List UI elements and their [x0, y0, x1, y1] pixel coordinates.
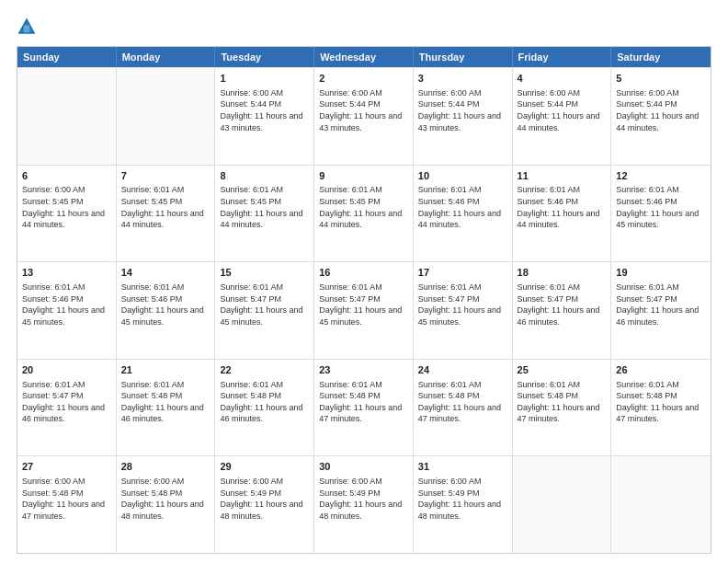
day-number: 26 — [616, 363, 706, 377]
cell-info: Sunrise: 6:01 AMSunset: 5:48 PMDaylight:… — [518, 379, 607, 425]
day-number: 25 — [518, 363, 607, 377]
day-number: 15 — [220, 266, 309, 280]
calendar-cell: 6Sunrise: 6:00 AMSunset: 5:45 PMDaylight… — [17, 166, 117, 262]
calendar-cell: 18Sunrise: 6:01 AMSunset: 5:47 PMDayligh… — [513, 262, 612, 359]
day-number: 11 — [518, 169, 607, 183]
cell-info: Sunrise: 6:01 AMSunset: 5:45 PMDaylight:… — [319, 184, 408, 230]
cell-info: Sunrise: 6:00 AMSunset: 5:49 PMDaylight:… — [319, 476, 408, 522]
calendar-cell: 12Sunrise: 6:01 AMSunset: 5:46 PMDayligh… — [611, 166, 711, 262]
weekday-header-monday: Monday — [117, 47, 216, 67]
cell-info: Sunrise: 6:00 AMSunset: 5:44 PMDaylight:… — [220, 87, 309, 133]
cell-info: Sunrise: 6:01 AMSunset: 5:47 PMDaylight:… — [616, 282, 706, 327]
calendar-row-1: 6Sunrise: 6:00 AMSunset: 5:45 PMDaylight… — [17, 165, 711, 262]
cell-info: Sunrise: 6:01 AMSunset: 5:47 PMDaylight:… — [319, 282, 408, 327]
calendar-cell: 1Sunrise: 6:00 AMSunset: 5:44 PMDaylight… — [215, 68, 314, 165]
calendar-cell — [17, 68, 117, 165]
day-number: 28 — [121, 460, 210, 474]
calendar-cell: 4Sunrise: 6:00 AMSunset: 5:44 PMDaylight… — [513, 68, 612, 165]
day-number: 3 — [418, 72, 507, 86]
calendar-cell: 24Sunrise: 6:01 AMSunset: 5:48 PMDayligh… — [414, 360, 513, 456]
logo-icon — [17, 17, 37, 37]
cell-info: Sunrise: 6:01 AMSunset: 5:47 PMDaylight:… — [22, 379, 111, 425]
weekday-header-tuesday: Tuesday — [215, 47, 314, 67]
cell-info: Sunrise: 6:00 AMSunset: 5:45 PMDaylight:… — [22, 184, 111, 230]
day-number: 8 — [220, 169, 309, 183]
day-number: 10 — [418, 169, 507, 183]
cell-info: Sunrise: 6:00 AMSunset: 5:44 PMDaylight:… — [418, 87, 507, 133]
day-number: 22 — [220, 363, 309, 377]
header — [17, 17, 711, 37]
calendar-cell: 31Sunrise: 6:00 AMSunset: 5:49 PMDayligh… — [414, 456, 513, 553]
cell-info: Sunrise: 6:00 AMSunset: 5:48 PMDaylight:… — [22, 476, 111, 522]
calendar-cell: 20Sunrise: 6:01 AMSunset: 5:47 PMDayligh… — [17, 360, 117, 456]
calendar-cell: 11Sunrise: 6:01 AMSunset: 5:46 PMDayligh… — [513, 166, 612, 262]
day-number: 18 — [518, 266, 607, 280]
day-number: 7 — [121, 169, 210, 183]
calendar-cell: 7Sunrise: 6:01 AMSunset: 5:45 PMDaylight… — [117, 166, 216, 262]
cell-info: Sunrise: 6:01 AMSunset: 5:46 PMDaylight:… — [518, 184, 607, 230]
calendar-cell: 23Sunrise: 6:01 AMSunset: 5:48 PMDayligh… — [314, 360, 414, 456]
day-number: 1 — [220, 72, 309, 86]
day-number: 29 — [220, 460, 309, 474]
calendar-cell: 10Sunrise: 6:01 AMSunset: 5:46 PMDayligh… — [414, 166, 513, 262]
calendar-cell: 14Sunrise: 6:01 AMSunset: 5:46 PMDayligh… — [117, 262, 216, 359]
day-number: 19 — [616, 266, 706, 280]
calendar-header: SundayMondayTuesdayWednesdayThursdayFrid… — [17, 47, 711, 67]
calendar-body: 1Sunrise: 6:00 AMSunset: 5:44 PMDaylight… — [17, 67, 711, 553]
cell-info: Sunrise: 6:01 AMSunset: 5:48 PMDaylight:… — [220, 379, 309, 425]
calendar-cell: 25Sunrise: 6:01 AMSunset: 5:48 PMDayligh… — [513, 360, 612, 456]
calendar: SundayMondayTuesdayWednesdayThursdayFrid… — [17, 46, 711, 554]
day-number: 12 — [616, 169, 706, 183]
calendar-cell: 13Sunrise: 6:01 AMSunset: 5:46 PMDayligh… — [17, 262, 117, 359]
weekday-header-sunday: Sunday — [17, 47, 117, 67]
calendar-cell: 8Sunrise: 6:01 AMSunset: 5:45 PMDaylight… — [215, 166, 314, 262]
calendar-cell: 19Sunrise: 6:01 AMSunset: 5:47 PMDayligh… — [611, 262, 711, 359]
cell-info: Sunrise: 6:01 AMSunset: 5:46 PMDaylight:… — [22, 282, 111, 327]
cell-info: Sunrise: 6:01 AMSunset: 5:46 PMDaylight:… — [121, 282, 210, 327]
calendar-cell: 27Sunrise: 6:00 AMSunset: 5:48 PMDayligh… — [17, 456, 117, 553]
cell-info: Sunrise: 6:01 AMSunset: 5:47 PMDaylight:… — [220, 282, 309, 327]
day-number: 30 — [319, 460, 408, 474]
cell-info: Sunrise: 6:01 AMSunset: 5:46 PMDaylight:… — [418, 184, 507, 230]
calendar-row-3: 20Sunrise: 6:01 AMSunset: 5:47 PMDayligh… — [17, 359, 711, 456]
calendar-row-4: 27Sunrise: 6:00 AMSunset: 5:48 PMDayligh… — [17, 455, 711, 553]
weekday-header-thursday: Thursday — [414, 47, 513, 67]
cell-info: Sunrise: 6:01 AMSunset: 5:48 PMDaylight:… — [319, 379, 408, 425]
calendar-cell: 3Sunrise: 6:00 AMSunset: 5:44 PMDaylight… — [414, 68, 513, 165]
cell-info: Sunrise: 6:01 AMSunset: 5:48 PMDaylight:… — [616, 379, 706, 425]
calendar-cell — [513, 456, 612, 553]
calendar-cell: 16Sunrise: 6:01 AMSunset: 5:47 PMDayligh… — [314, 262, 414, 359]
day-number: 4 — [518, 72, 607, 86]
day-number: 2 — [319, 72, 408, 86]
cell-info: Sunrise: 6:00 AMSunset: 5:49 PMDaylight:… — [220, 476, 309, 522]
weekday-header-friday: Friday — [513, 47, 612, 67]
weekday-header-saturday: Saturday — [611, 47, 711, 67]
day-number: 23 — [319, 363, 408, 377]
weekday-header-wednesday: Wednesday — [314, 47, 414, 67]
day-number: 6 — [22, 169, 111, 183]
page: SundayMondayTuesdayWednesdayThursdayFrid… — [0, 0, 728, 563]
calendar-cell: 29Sunrise: 6:00 AMSunset: 5:49 PMDayligh… — [215, 456, 314, 553]
calendar-cell: 9Sunrise: 6:01 AMSunset: 5:45 PMDaylight… — [314, 166, 414, 262]
day-number: 9 — [319, 169, 408, 183]
day-number: 13 — [22, 266, 111, 280]
cell-info: Sunrise: 6:01 AMSunset: 5:47 PMDaylight:… — [518, 282, 607, 327]
calendar-cell: 26Sunrise: 6:01 AMSunset: 5:48 PMDayligh… — [611, 360, 711, 456]
calendar-cell — [611, 456, 711, 553]
day-number: 5 — [616, 72, 706, 86]
calendar-cell: 28Sunrise: 6:00 AMSunset: 5:48 PMDayligh… — [117, 456, 216, 553]
day-number: 24 — [418, 363, 507, 377]
day-number: 14 — [121, 266, 210, 280]
cell-info: Sunrise: 6:00 AMSunset: 5:44 PMDaylight:… — [319, 87, 408, 133]
calendar-cell: 21Sunrise: 6:01 AMSunset: 5:48 PMDayligh… — [117, 360, 216, 456]
cell-info: Sunrise: 6:00 AMSunset: 5:44 PMDaylight:… — [518, 87, 607, 133]
cell-info: Sunrise: 6:00 AMSunset: 5:49 PMDaylight:… — [418, 476, 507, 522]
day-number: 21 — [121, 363, 210, 377]
cell-info: Sunrise: 6:01 AMSunset: 5:46 PMDaylight:… — [616, 184, 706, 230]
cell-info: Sunrise: 6:01 AMSunset: 5:48 PMDaylight:… — [418, 379, 507, 425]
svg-rect-2 — [24, 25, 29, 32]
cell-info: Sunrise: 6:01 AMSunset: 5:47 PMDaylight:… — [418, 282, 507, 327]
day-number: 17 — [418, 266, 507, 280]
calendar-cell: 30Sunrise: 6:00 AMSunset: 5:49 PMDayligh… — [314, 456, 414, 553]
cell-info: Sunrise: 6:00 AMSunset: 5:44 PMDaylight:… — [616, 87, 706, 133]
